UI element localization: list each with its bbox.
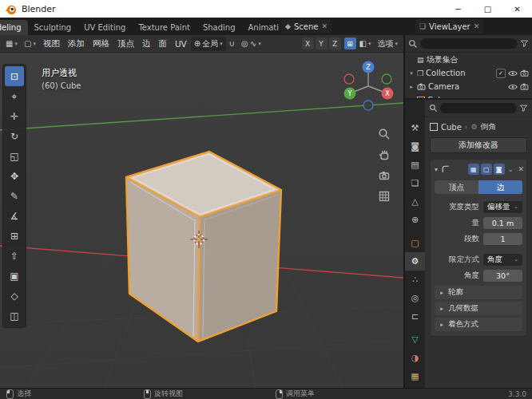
camera-view-button[interactable] — [376, 168, 392, 184]
props-tab-object-data[interactable]: ▽ — [405, 330, 425, 349]
axis-toggle-y[interactable]: Y — [316, 38, 328, 49]
outliner-search-input[interactable] — [420, 38, 518, 49]
props-tab-object[interactable]: ▢ — [405, 234, 425, 252]
tool-inset[interactable]: ▣ — [5, 266, 24, 286]
section-geometry[interactable]: ▸ 几何数据 — [435, 302, 522, 315]
tool-cursor[interactable]: ⌖ — [5, 86, 24, 106]
props-tab-modifiers[interactable]: ⚙ — [405, 252, 425, 271]
gizmo-neg-x[interactable] — [344, 74, 354, 84]
toggle-ortho-button[interactable] — [376, 188, 392, 204]
transform-orientation-dropdown[interactable]: ⊕ 全局 ▾ — [191, 37, 226, 51]
props-tab-view-layer[interactable]: ❏ — [405, 174, 425, 192]
render-toggle[interactable]: ◙ — [494, 164, 505, 175]
expand-icon[interactable]: ▾ — [408, 70, 415, 77]
eye-icon[interactable] — [508, 83, 518, 91]
tool-measure[interactable]: ∡ — [5, 206, 24, 226]
props-tab-particles[interactable]: ∴ — [405, 271, 425, 289]
axis-toggle-x[interactable]: X — [302, 38, 314, 49]
axis-toggle-z[interactable]: Z — [329, 38, 341, 49]
angle-input[interactable]: 30° — [483, 270, 522, 282]
options-dropdown[interactable]: 选项 ▾ — [374, 37, 401, 51]
viewlayer-selector[interactable]: ❏ ViewLayer ✕ — [415, 19, 483, 34]
props-tab-scene[interactable]: △ — [405, 192, 425, 211]
width-type-dropdown[interactable]: 偏移量 ⌄ — [483, 201, 522, 213]
pan-button[interactable] — [376, 147, 392, 163]
segments-input[interactable]: 1 — [483, 233, 522, 245]
props-tab-constraints[interactable]: ⊏ — [405, 307, 425, 326]
cube-object[interactable] — [126, 152, 281, 342]
collapse-icon[interactable]: ▾ — [433, 166, 439, 173]
properties-search-input[interactable] — [440, 103, 517, 113]
close-button[interactable]: ✕ — [502, 0, 532, 18]
navigation-gizmo[interactable]: Z X Y — [339, 56, 397, 113]
workspace-tab-uv-editing[interactable]: UV Editing — [77, 20, 132, 35]
viewport-3d[interactable]: 用户透视 (60) Cube ⊡ ⌖ ✛ ↻ ◱ ✥ ✎ ∡ ⊞ ⇧ ▣ ◇ ◫ — [0, 53, 403, 389]
tool-scale[interactable]: ◱ — [5, 146, 24, 166]
extras-dropdown-icon[interactable]: ⌄ — [506, 166, 515, 173]
affect-edges-button[interactable]: 边 — [478, 180, 522, 194]
tool-annotate[interactable]: ✎ — [5, 186, 24, 206]
tool-bevel[interactable]: ◇ — [5, 286, 24, 306]
menu-mesh[interactable]: 网格 — [89, 37, 113, 51]
outliner-row-collection[interactable]: ▾ ❒ Collection ✓ — [405, 66, 532, 80]
menu-uv[interactable]: UV — [171, 38, 191, 50]
breadcrumb-modifier[interactable]: 倒角 — [481, 121, 497, 132]
menu-vertex[interactable]: 顶点 — [113, 37, 138, 51]
workspace-tab-sculpting[interactable]: Sculpting — [28, 20, 78, 35]
expand-icon[interactable]: ▸ — [408, 84, 415, 90]
props-tab-physics[interactable]: ◎ — [405, 289, 425, 307]
edit-mode-toggle[interactable]: ▦ — [468, 164, 479, 175]
remove-modifier-icon[interactable]: ✕ — [518, 165, 524, 173]
affect-vertices-button[interactable]: 顶点 — [435, 180, 478, 194]
tool-loop-cut[interactable]: ◫ — [5, 306, 24, 326]
outliner-row-camera[interactable]: ▸ Camera — [405, 80, 532, 93]
props-tab-texture[interactable]: ▦ — [405, 367, 425, 385]
minimize-button[interactable]: ─ — [443, 0, 473, 18]
props-tab-render[interactable]: ◙ — [405, 137, 425, 156]
props-tab-tool[interactable]: ⚒ — [405, 119, 425, 137]
mode-button[interactable]: ▢ ▾ — [21, 38, 39, 49]
maximize-button[interactable]: □ — [473, 0, 502, 18]
section-shading[interactable]: ▸ 着色方式 — [435, 318, 522, 331]
realtime-toggle[interactable]: ▢ — [481, 164, 492, 175]
proportional-edit-dropdown[interactable]: ◎ ∿ ▾ — [238, 38, 264, 49]
outliner-row-scene-collection[interactable]: ▤ 场景集合 — [405, 53, 532, 66]
eye-icon[interactable] — [508, 69, 518, 77]
menu-face[interactable]: 面 — [154, 37, 171, 51]
filter-funnel-icon[interactable] — [520, 39, 529, 48]
workspace-tab-modeling[interactable]: Modeling — [0, 20, 28, 35]
workspace-tab-texture-paint[interactable]: Texture Paint — [132, 20, 197, 35]
menu-edge[interactable]: 边 — [138, 37, 155, 51]
tool-transform[interactable]: ✥ — [5, 166, 24, 186]
gizmo-neg-y[interactable] — [382, 74, 391, 84]
menu-add[interactable]: 添加 — [64, 37, 89, 51]
workspace-tab-animation[interactable]: Animation — [242, 20, 279, 35]
editor-type-button[interactable]: ▦ ▾ — [2, 38, 21, 49]
snap-magnet-toggle[interactable]: ∪ — [226, 38, 238, 49]
filter-funnel-icon[interactable] — [519, 104, 528, 113]
scene-unlink-icon[interactable]: ✕ — [321, 22, 328, 30]
tool-rotate[interactable]: ↻ — [5, 126, 24, 146]
gizmos-toggle[interactable]: ⊞ — [344, 38, 356, 49]
camera-toggle-icon[interactable] — [520, 69, 529, 77]
amount-input[interactable]: 0.1 m — [483, 217, 522, 229]
props-tab-output[interactable]: ▤ — [405, 156, 425, 174]
scene-selector[interactable]: ◆ Scene ✕ — [281, 19, 332, 34]
tool-add-cube[interactable]: ⊞ — [5, 226, 24, 246]
tool-select-box[interactable]: ⊡ — [5, 66, 24, 86]
gizmo-neg-z[interactable] — [363, 101, 373, 110]
camera-toggle-icon[interactable] — [520, 83, 529, 90]
props-tab-material[interactable]: ◑ — [405, 349, 425, 367]
add-modifier-button[interactable]: 添加修改器 — [430, 137, 527, 153]
limit-method-dropdown[interactable]: 角度 ⌄ — [483, 254, 522, 266]
tool-extrude[interactable]: ⇧ — [5, 246, 24, 266]
zoom-button[interactable] — [376, 126, 392, 142]
breadcrumb-object[interactable]: Cube — [441, 123, 462, 132]
overlays-dropdown[interactable]: ◧ ▾ — [356, 38, 375, 49]
tool-move[interactable]: ✛ — [5, 106, 24, 126]
viewlayer-unlink-icon[interactable]: ✕ — [474, 22, 480, 30]
section-profile[interactable]: ▸ 轮廓 — [435, 286, 522, 299]
workspace-tab-shading[interactable]: Shading — [197, 20, 242, 35]
props-tab-world[interactable]: ⊕ — [405, 211, 425, 229]
collection-checkbox[interactable]: ✓ — [496, 69, 506, 78]
